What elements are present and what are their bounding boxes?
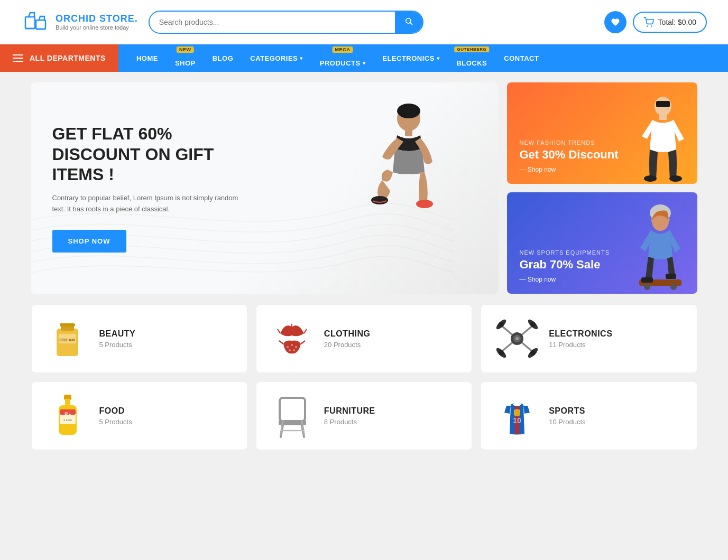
category-card-sports[interactable]: 10 SPORTS 10 Products <box>481 381 697 450</box>
all-departments-label: ALL DEPARTMENTS <box>30 54 106 62</box>
svg-point-53 <box>530 322 536 327</box>
nav-item-blog[interactable]: BLOG <box>205 44 241 72</box>
category-info-clothing: CLOTHING 20 Products <box>324 329 371 349</box>
logo-icon <box>21 7 50 36</box>
category-info-food: FOOD 5 Products <box>99 406 132 426</box>
nav-item-shop[interactable]: NEW SHOP <box>168 44 203 72</box>
svg-line-34 <box>279 341 283 344</box>
svg-point-37 <box>291 344 293 346</box>
nav-item-blocks[interactable]: GUTENBERG BLOCKS <box>449 44 494 72</box>
nav-badge-gutenberg: GUTENBERG <box>455 46 490 52</box>
category-name-furniture: FURNITURE <box>324 406 375 416</box>
svg-point-54 <box>499 350 504 356</box>
category-image-beauty: CREAM <box>47 318 89 360</box>
nav-bar: ALL DEPARTMENTS HOME NEW SHOP BLOG CATEG… <box>0 44 728 72</box>
fashion-banner-title: Get 30% Discount <box>520 148 619 162</box>
svg-point-15 <box>644 175 657 182</box>
category-count-furniture: 8 Products <box>324 418 375 426</box>
category-count-clothing: 20 Products <box>324 341 371 349</box>
svg-point-12 <box>416 200 433 208</box>
sports-banner-content: NEW SPORTS EQUIPMENTS Grab 70% Sale — Sh… <box>520 249 610 283</box>
svg-rect-24 <box>641 277 653 283</box>
search-input[interactable] <box>150 13 395 32</box>
category-card-beauty[interactable]: CREAM BEAUTY 5 Products <box>31 304 247 373</box>
nav-item-home[interactable]: HOME <box>129 44 165 72</box>
svg-rect-17 <box>656 101 670 107</box>
nav-item-categories[interactable]: CATEGORIES ▾ <box>243 44 310 72</box>
search-icon <box>404 17 413 25</box>
svg-rect-14 <box>659 115 667 120</box>
food-product-icon: OIL 1 Liter <box>54 394 81 438</box>
svg-point-9 <box>397 104 420 118</box>
sports-banner-link[interactable]: — Shop now <box>520 276 610 283</box>
wishlist-button[interactable] <box>604 11 626 33</box>
category-image-food: OIL 1 Liter <box>47 395 89 437</box>
products-dropdown-arrow: ▾ <box>363 60 366 66</box>
svg-point-23 <box>670 284 677 290</box>
heart-icon <box>611 17 620 27</box>
svg-point-39 <box>289 349 291 351</box>
logo-tagline: Build your online store today <box>56 24 138 31</box>
svg-rect-63 <box>280 398 305 421</box>
category-image-furniture <box>271 395 314 437</box>
svg-point-36 <box>287 346 289 348</box>
nav-item-contact[interactable]: CONTACT <box>496 44 546 72</box>
logo[interactable]: ORCHID STORE. Build your online store to… <box>21 7 138 36</box>
header: ORCHID STORE. Build your online store to… <box>0 0 728 44</box>
category-count-sports: 10 Products <box>549 418 585 426</box>
nav-badge-new: NEW <box>177 46 194 53</box>
svg-rect-25 <box>666 274 676 279</box>
beauty-product-icon: CREAM <box>50 319 85 359</box>
category-name-beauty: BEAUTY <box>99 329 136 339</box>
svg-point-11 <box>371 196 388 204</box>
fashion-banner[interactable]: NEW FASHION TRENDS Get 30% Discount — Sh… <box>507 82 697 184</box>
electronics-product-icon <box>496 318 538 360</box>
category-card-clothing[interactable]: CLOTHING 20 Products <box>256 304 472 373</box>
hamburger-icon <box>13 54 23 62</box>
svg-point-16 <box>669 175 682 182</box>
svg-rect-28 <box>60 323 75 326</box>
skater-illustration <box>618 201 695 294</box>
search-button[interactable] <box>395 12 422 33</box>
category-name-food: FOOD <box>99 406 132 416</box>
hero-person-illustration <box>351 104 467 283</box>
electronics-dropdown-arrow: ▾ <box>437 55 440 61</box>
all-departments-button[interactable]: ALL DEPARTMENTS <box>0 44 118 72</box>
search-bar <box>149 11 423 34</box>
category-info-sports: SPORTS 10 Products <box>549 406 585 426</box>
fashion-banner-subtitle: NEW FASHION TRENDS <box>520 139 619 146</box>
nav-item-products[interactable]: MEGA PRODUCTS ▾ <box>312 44 373 72</box>
svg-point-55 <box>530 350 536 356</box>
main-content: GET FLAT 60% DISCOUNT ON GIFT ITEMS ! Co… <box>21 82 708 450</box>
category-count-electronics: 11 Products <box>549 341 612 349</box>
svg-line-35 <box>301 341 305 344</box>
category-card-furniture[interactable]: FURNITURE 8 Products <box>256 381 472 450</box>
svg-line-32 <box>278 329 280 333</box>
category-card-food[interactable]: OIL 1 Liter FOOD 5 Products <box>31 381 247 450</box>
svg-point-6 <box>647 25 648 27</box>
svg-rect-10 <box>405 129 412 136</box>
svg-rect-0 <box>25 17 35 29</box>
fashion-banner-content: NEW FASHION TRENDS Get 30% Discount — Sh… <box>520 139 619 173</box>
svg-point-40 <box>293 349 295 351</box>
svg-point-47 <box>515 337 519 340</box>
svg-text:CREAM: CREAM <box>59 338 75 342</box>
sports-banner-title: Grab 70% Sale <box>520 258 610 272</box>
side-banners: NEW FASHION TRENDS Get 30% Discount — Sh… <box>507 82 697 294</box>
hero-figure <box>351 104 467 283</box>
category-image-electronics <box>496 318 538 360</box>
cart-button[interactable]: Total: $0.00 <box>633 12 707 33</box>
categories-dropdown-arrow: ▾ <box>300 55 303 61</box>
logo-name: ORCHID STORE. <box>56 13 138 24</box>
svg-point-38 <box>295 346 297 348</box>
category-name-clothing: CLOTHING <box>324 329 371 339</box>
header-icons: Total: $0.00 <box>604 11 707 33</box>
hero-section: GET FLAT 60% DISCOUNT ON GIFT ITEMS ! Co… <box>31 82 697 294</box>
sports-banner[interactable]: NEW SPORTS EQUIPMENTS Grab 70% Sale — Sh… <box>507 192 697 294</box>
svg-line-5 <box>410 23 412 25</box>
nav-item-electronics[interactable]: ELECTRONICS ▾ <box>375 44 447 72</box>
category-count-beauty: 5 Products <box>99 341 136 349</box>
shop-now-button[interactable]: SHOP NOW <box>52 230 126 253</box>
category-card-electronics[interactable]: ELECTRONICS 11 Products <box>481 304 697 373</box>
fashion-banner-link[interactable]: — Shop now <box>520 166 619 173</box>
